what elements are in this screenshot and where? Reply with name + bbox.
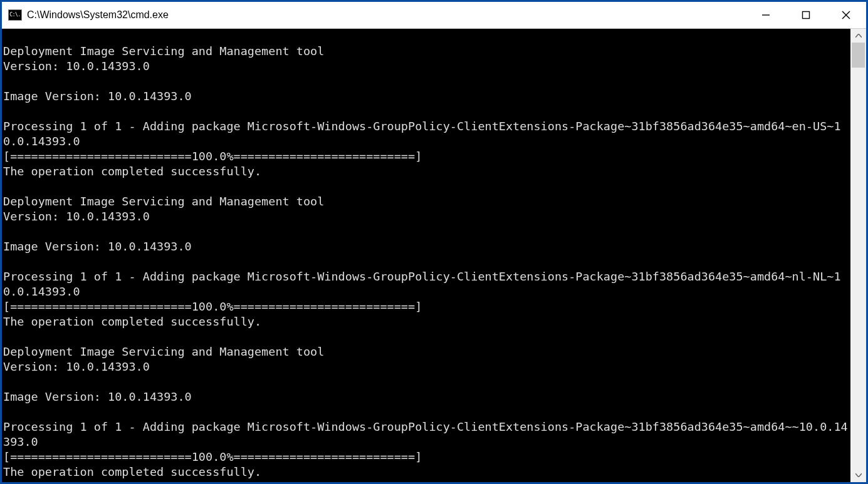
cmd-window: C:\. C:\Windows\System32\cmd.exe Deploym…	[1, 1, 867, 483]
close-button[interactable]	[826, 2, 866, 28]
minimize-icon	[761, 11, 770, 19]
scroll-up-arrow-icon[interactable]	[850, 29, 866, 43]
console-output[interactable]: Deployment Image Servicing and Managemen…	[2, 29, 850, 482]
window-controls	[746, 2, 866, 28]
scrollbar-track[interactable]	[850, 43, 866, 468]
scrollbar-thumb[interactable]	[852, 43, 865, 68]
cmd-icon: C:\.	[8, 9, 22, 21]
maximize-button[interactable]	[786, 2, 826, 28]
close-icon	[841, 10, 851, 20]
window-title: C:\Windows\System32\cmd.exe	[27, 9, 746, 21]
client-area: Deployment Image Servicing and Managemen…	[2, 29, 866, 482]
maximize-icon	[802, 11, 810, 19]
minimize-button[interactable]	[746, 2, 786, 28]
titlebar[interactable]: C:\. C:\Windows\System32\cmd.exe	[2, 2, 866, 29]
chevron-up-icon	[855, 34, 862, 38]
vertical-scrollbar[interactable]	[850, 29, 866, 482]
svg-rect-1	[803, 12, 810, 19]
scroll-down-arrow-icon[interactable]	[850, 468, 866, 482]
chevron-down-icon	[855, 473, 862, 477]
cmd-icon-label: C:\.	[9, 13, 20, 18]
